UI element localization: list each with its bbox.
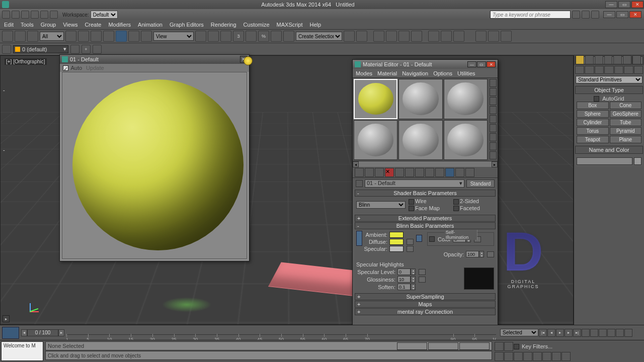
rx-grid-icon[interactable]: [488, 31, 499, 42]
scene-object-blob[interactable]: [162, 297, 212, 312]
wire-checkbox[interactable]: Wire: [409, 198, 449, 205]
material-slot-6[interactable]: [444, 120, 488, 160]
prim-tube[interactable]: Tube: [610, 119, 642, 126]
center-icon[interactable]: [195, 31, 206, 42]
render-frame-icon[interactable]: [441, 31, 452, 42]
slot-scrollbar[interactable]: ◂▸: [353, 161, 498, 167]
nav-panview-icon[interactable]: [542, 352, 551, 361]
light-toggle-icon[interactable]: [576, 55, 584, 64]
supersampling-rollout-header[interactable]: +SuperSampling: [355, 293, 496, 300]
maximize-button[interactable]: ▭: [618, 1, 630, 8]
material-slot-4[interactable]: [354, 120, 397, 160]
help-search-input[interactable]: [490, 11, 571, 19]
selfillum-color-checkbox[interactable]: [429, 236, 435, 242]
soften-spinner[interactable]: 0.1▴▾: [397, 284, 416, 290]
specular-color-swatch[interactable]: [389, 246, 404, 252]
menu-animation[interactable]: Animation: [138, 22, 163, 28]
shade-icon[interactable]: [585, 55, 594, 64]
mentalray-rollout-header[interactable]: +mental ray Connection: [355, 308, 496, 315]
blinn-rollout-header[interactable]: -Blinn Basic Parameters: [355, 222, 496, 229]
shader-type-dropdown[interactable]: Blinn: [356, 201, 406, 209]
select-name-icon[interactable]: [78, 31, 89, 42]
go-parent-icon[interactable]: [455, 168, 464, 177]
star-icon[interactable]: [582, 11, 590, 19]
opacity-map-button[interactable]: [487, 251, 494, 257]
menu-help[interactable]: Help: [310, 22, 321, 28]
uv-icon[interactable]: [490, 106, 497, 114]
lights-icon[interactable]: [595, 66, 604, 74]
current-frame-box[interactable]: [2, 327, 19, 339]
nav-pan-icon[interactable]: [616, 329, 624, 337]
mateditor-close-button[interactable]: ✕: [487, 61, 496, 67]
systems-icon[interactable]: [634, 66, 643, 74]
facemap-checkbox[interactable]: Face Map: [409, 205, 449, 212]
diffuse-lock-icon[interactable]: [416, 235, 422, 242]
material-type-button[interactable]: Standard: [466, 179, 495, 188]
faceted-checkbox[interactable]: Faceted: [453, 205, 494, 212]
autogrid-checkbox[interactable]: AutoGrid: [577, 96, 641, 102]
layer-new-icon[interactable]: +: [82, 45, 91, 54]
make-unique-icon[interactable]: [405, 168, 414, 177]
opacity-spinner[interactable]: 100▴▾: [466, 251, 484, 257]
mdi-close-button[interactable]: ✕: [629, 11, 641, 18]
select-by-mat-icon[interactable]: [490, 142, 497, 150]
unlink-tool-icon[interactable]: [15, 31, 26, 42]
gloss-spinner[interactable]: 10▴▾: [397, 276, 416, 283]
menu-customize[interactable]: Customize: [244, 22, 270, 28]
prev-frame-icon[interactable]: ◂: [547, 329, 555, 337]
rx-scale-icon[interactable]: [475, 31, 487, 42]
curve-editor-icon[interactable]: [386, 31, 397, 42]
refcoord-dropdown[interactable]: View: [153, 32, 194, 41]
matmenu-material[interactable]: Material: [377, 70, 397, 76]
mat-id-icon[interactable]: [425, 168, 434, 177]
diffuse-map-button[interactable]: [407, 239, 414, 245]
region-icon[interactable]: [91, 31, 102, 42]
goto-end-icon[interactable]: ▸|: [573, 329, 581, 337]
twosided-checkbox[interactable]: 2-Sided: [453, 198, 494, 205]
prim-sphere[interactable]: Sphere: [577, 110, 609, 118]
bg-icon[interactable]: [490, 97, 497, 105]
shade-icon[interactable]: [613, 55, 622, 64]
object-type-header[interactable]: -Object Type: [575, 86, 643, 94]
material-slot-1[interactable]: [354, 79, 397, 119]
preview-titlebar[interactable]: 01 - Default ✕: [60, 55, 249, 64]
material-preview-window[interactable]: 01 - Default ✕ ✓ Auto Update: [59, 54, 250, 261]
prim-teapot[interactable]: Teapot: [577, 136, 609, 143]
rotate-tool-icon[interactable]: [128, 31, 139, 42]
layer-dropdown[interactable]: 0 (default)▾: [13, 45, 68, 53]
nav-maxtoggle-icon[interactable]: [561, 352, 571, 361]
mat-map-icon[interactable]: [490, 151, 497, 159]
nav-pan2-icon[interactable]: [495, 352, 504, 361]
move-tool-icon[interactable]: [116, 31, 127, 42]
primitive-category[interactable]: Standard Primitives: [576, 76, 642, 83]
select-icon[interactable]: [65, 31, 76, 42]
prim-pyramid[interactable]: Pyramid: [610, 127, 642, 135]
matmenu-utilities[interactable]: Utilities: [457, 70, 475, 76]
reset-icon[interactable]: ✕: [385, 168, 394, 177]
transform-type-ins[interactable]: [397, 342, 490, 350]
workspace-selector[interactable]: Workspace: Default: [62, 11, 118, 19]
infocenter-icon[interactable]: [572, 11, 580, 19]
preview-update-button[interactable]: Update: [86, 65, 104, 71]
video-icon[interactable]: [490, 115, 497, 123]
nav-fov-icon[interactable]: [514, 352, 523, 361]
viewport-expand-icon[interactable]: ▸: [3, 315, 10, 322]
layer-props-icon[interactable]: [70, 45, 79, 54]
speclevel-spinner[interactable]: 0▴▾: [397, 268, 416, 275]
object-name-input[interactable]: [577, 157, 632, 165]
prim-geosphere[interactable]: GeoSphere: [610, 110, 642, 118]
key-mode-icon[interactable]: [582, 329, 590, 337]
go-sibling-icon[interactable]: [465, 168, 474, 177]
layer-sel-icon[interactable]: [93, 45, 102, 54]
selection-lock-dropdown[interactable]: Selected: [500, 329, 538, 336]
auto-key-icon[interactable]: [504, 342, 513, 351]
nav-zoomext-icon[interactable]: [523, 352, 532, 361]
diffuse-color-swatch[interactable]: [389, 239, 404, 245]
put-to-lib-icon[interactable]: [415, 168, 424, 177]
open-icon[interactable]: [12, 11, 20, 19]
material-editor-icon[interactable]: [411, 31, 422, 42]
space-warps-icon[interactable]: [624, 66, 633, 74]
material-slot-2[interactable]: [398, 79, 442, 119]
menu-create[interactable]: Create: [85, 22, 101, 28]
save-icon[interactable]: [21, 11, 29, 19]
